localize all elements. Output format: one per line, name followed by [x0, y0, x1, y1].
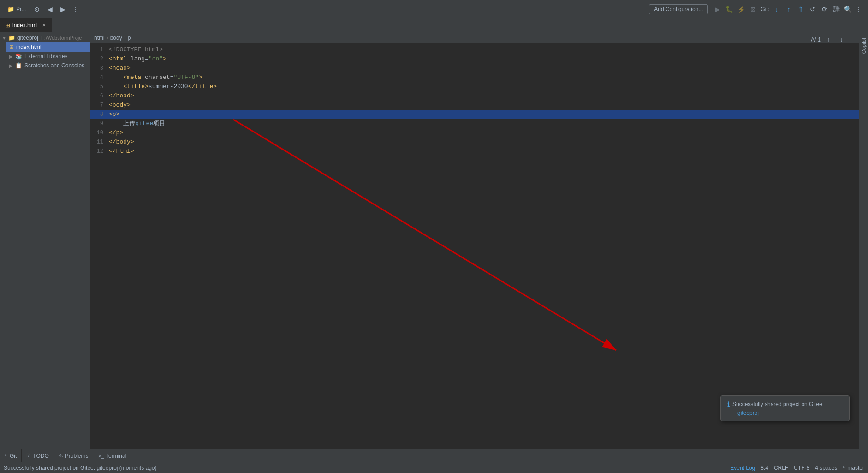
- git-icon: ⑂: [5, 453, 8, 459]
- bottom-tab-terminal-label: Terminal: [106, 453, 126, 459]
- status-message: Successfully shared project on Gitee: gi…: [4, 465, 725, 471]
- bottom-tab-git-label: Git: [10, 453, 17, 459]
- indent-size[interactable]: 4 spaces: [815, 465, 837, 471]
- main-area: ▼ 📁 giteeproj F:\WebstormProje ⊞ index.h…: [0, 32, 868, 449]
- line-num-9: 9: [90, 119, 109, 128]
- line-separator[interactable]: CRLF: [774, 465, 788, 471]
- profile-button[interactable]: ⊠: [748, 4, 759, 15]
- code-line-8: 8 <p>: [90, 110, 859, 119]
- code-line-1: 1 <!DOCTYPE html>: [90, 45, 859, 54]
- status-right: Event Log 8:4 CRLF UTF-8 4 spaces ⑂ mast…: [730, 465, 864, 471]
- bottom-tab-git[interactable]: ⑂ Git: [0, 449, 22, 462]
- line-num-11: 11: [90, 138, 109, 147]
- chevron-right-icon-2: ▶: [9, 63, 13, 68]
- code-line-2: 2 <html lang="en">: [90, 54, 859, 64]
- bottom-tabs: ⑂ Git ☑ TODO ⚠ Problems >_ Terminal: [0, 449, 868, 462]
- settings-more-icon[interactable]: ⋮: [853, 4, 864, 15]
- git-refresh-icon[interactable]: ⟳: [819, 4, 830, 15]
- toolbar-icon-2[interactable]: ◀: [44, 4, 55, 15]
- run-debug-icons: ▶ 🐛 ⚡ ⊠: [712, 4, 759, 15]
- project-icon: 📁: [7, 6, 14, 12]
- sidebar-scratches-label: Scratches and Consoles: [24, 62, 84, 69]
- sidebar-project-root[interactable]: ▼ 📁 giteeproj F:\WebstormProje: [0, 33, 90, 42]
- code-editor[interactable]: 1 <!DOCTYPE html> 2 <html lang="en"> 3 <…: [90, 43, 859, 449]
- toolbar-icon-1[interactable]: ⊙: [31, 4, 42, 15]
- global-search-icon[interactable]: 🔍: [842, 4, 853, 15]
- encoding[interactable]: UTF-8: [794, 465, 809, 471]
- line-num-6: 6: [90, 91, 109, 101]
- line-num-4: 4: [90, 73, 109, 82]
- line-num-1: 1: [90, 45, 109, 54]
- code-line-11: 11 </body>: [90, 138, 859, 147]
- breadcrumb-sep-1: ›: [107, 35, 108, 41]
- code-line-10: 10 </p>: [90, 128, 859, 138]
- copilot-label[interactable]: Copilot: [860, 36, 868, 55]
- sidebar-item-external-libraries[interactable]: ▶ 📚 External Libraries: [6, 52, 90, 61]
- code-line-9: 9 上传gitee项目: [90, 119, 859, 128]
- code-line-6: 6 </head>: [90, 91, 859, 101]
- line-content-11: </body>: [109, 138, 134, 147]
- toolbar-more[interactable]: ⋮: [70, 4, 81, 15]
- project-label: Pr...: [16, 6, 26, 12]
- toolbar-icon-3[interactable]: ▶: [57, 4, 68, 15]
- breadcrumb-body[interactable]: body: [110, 35, 122, 41]
- line-content-8: <p>: [109, 110, 119, 119]
- bottom-tab-problems[interactable]: ⚠ Problems: [54, 449, 94, 462]
- toolbar-minimize[interactable]: —: [83, 4, 94, 15]
- cursor-position[interactable]: 8:4: [761, 465, 768, 471]
- project-folder-icon: 📁: [8, 35, 15, 41]
- todo-icon: ☑: [26, 453, 31, 459]
- git-push-icon[interactable]: ↑: [783, 4, 794, 15]
- notification-message: Successfully shared project on Gitee: [732, 401, 822, 407]
- library-icon: 📚: [15, 53, 22, 60]
- debug-button[interactable]: 🐛: [724, 4, 735, 15]
- translate-icon[interactable]: 譯: [831, 4, 842, 15]
- line-num-2: 2: [90, 54, 109, 64]
- code-line-7: 7 <body>: [90, 101, 859, 110]
- sidebar-item-index-html[interactable]: ⊞ index.html: [6, 42, 90, 52]
- file-html-icon: ⊞: [9, 44, 14, 50]
- chevron-right-icon: ▶: [9, 54, 13, 59]
- tab-bar: ⊞ index.html ✕: [0, 18, 868, 32]
- branch-icon: ⑂: [843, 465, 846, 471]
- git-branch[interactable]: ⑂ master: [843, 465, 864, 471]
- line-content-9: 上传gitee项目: [109, 119, 165, 128]
- nav-count: A/: [811, 36, 816, 43]
- tab-close-button[interactable]: ✕: [42, 23, 46, 28]
- event-log-link[interactable]: Event Log: [730, 465, 755, 471]
- line-num-12: 12: [90, 147, 109, 156]
- code-line-5: 5 <title>summer-2030</title>: [90, 82, 859, 91]
- add-configuration-button[interactable]: Add Configuration...: [649, 4, 708, 14]
- project-dropdown[interactable]: 📁 Pr...: [4, 5, 30, 13]
- chevron-down-icon: ▼: [2, 36, 6, 41]
- git-push2-icon[interactable]: ⇑: [795, 4, 806, 15]
- sidebar-file-label: index.html: [16, 44, 42, 50]
- line-content-12: </html>: [109, 147, 134, 156]
- tab-index-html[interactable]: ⊞ index.html ✕: [0, 18, 52, 32]
- line-num-10: 10: [90, 128, 109, 138]
- coverage-button[interactable]: ⚡: [736, 4, 747, 15]
- tab-label: index.html: [12, 22, 38, 29]
- bottom-tab-todo-label: TODO: [33, 453, 48, 459]
- line-content-2: <html lang="en">: [109, 54, 166, 64]
- bottom-tab-terminal[interactable]: >_ Terminal: [93, 449, 131, 462]
- git-label: Git:: [761, 6, 769, 12]
- sidebar-item-scratches[interactable]: ▶ 📋 Scratches and Consoles: [6, 61, 90, 70]
- notification-link[interactable]: giteeproj: [737, 410, 843, 416]
- run-button[interactable]: ▶: [712, 4, 723, 15]
- bottom-tab-todo[interactable]: ☑ TODO: [22, 449, 54, 462]
- line-content-1: <!DOCTYPE html>: [109, 45, 163, 54]
- git-pull-icon[interactable]: ↓: [771, 4, 782, 15]
- git-rollback-icon[interactable]: ↺: [807, 4, 818, 15]
- line-num-5: 5: [90, 82, 109, 91]
- line-content-10: </p>: [109, 128, 123, 138]
- line-content-5: <title>summer-2030</title>: [109, 82, 217, 91]
- scratches-icon: 📋: [15, 62, 22, 69]
- project-name: giteeproj: [17, 35, 38, 41]
- line-content-4: <meta charset="UTF-8">: [109, 73, 202, 82]
- breadcrumb-html[interactable]: html: [94, 35, 105, 41]
- line-num-3: 3: [90, 64, 109, 73]
- main-toolbar: 📁 Pr... ⊙ ◀ ▶ ⋮ — Add Configuration... ▶…: [0, 0, 868, 18]
- breadcrumb-p[interactable]: p: [128, 35, 131, 41]
- branch-name: master: [847, 465, 864, 471]
